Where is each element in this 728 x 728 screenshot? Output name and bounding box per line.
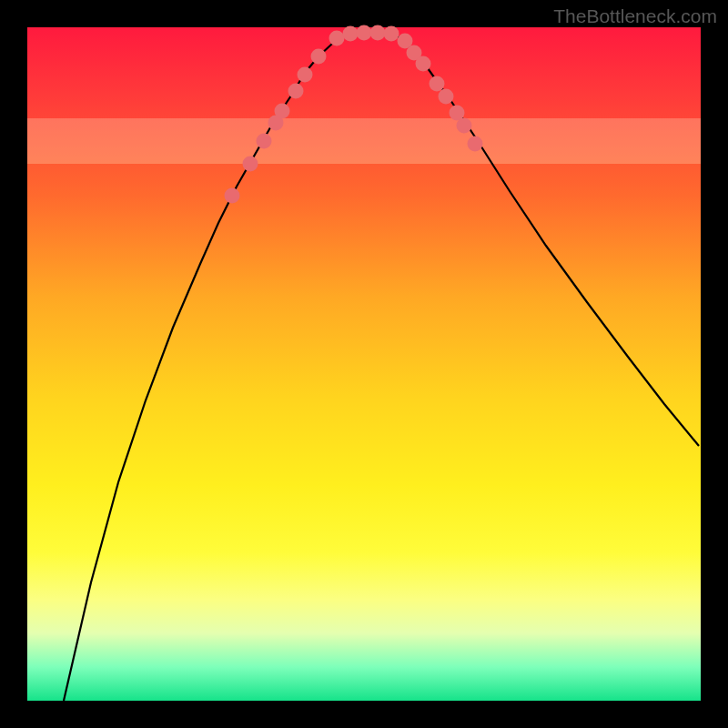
watermark-text: TheBottleneck.com bbox=[553, 5, 717, 27]
plot-area bbox=[27, 27, 701, 701]
data-point bbox=[439, 89, 454, 105]
data-point bbox=[416, 56, 431, 72]
data-point bbox=[298, 67, 313, 83]
bottleneck-curve bbox=[64, 33, 699, 701]
data-point bbox=[275, 104, 290, 119]
chart-svg bbox=[27, 27, 701, 701]
data-point bbox=[384, 26, 399, 42]
data-point bbox=[343, 26, 359, 42]
data-point bbox=[257, 134, 272, 149]
data-point bbox=[357, 25, 372, 41]
data-point bbox=[457, 118, 472, 134]
data-point bbox=[468, 136, 483, 152]
data-point bbox=[311, 49, 327, 65]
data-point bbox=[430, 76, 445, 92]
data-point bbox=[288, 84, 304, 99]
data-point bbox=[370, 25, 386, 41]
data-point bbox=[225, 188, 240, 204]
data-point bbox=[329, 31, 345, 46]
data-points-group bbox=[225, 25, 483, 204]
data-point bbox=[243, 157, 258, 172]
